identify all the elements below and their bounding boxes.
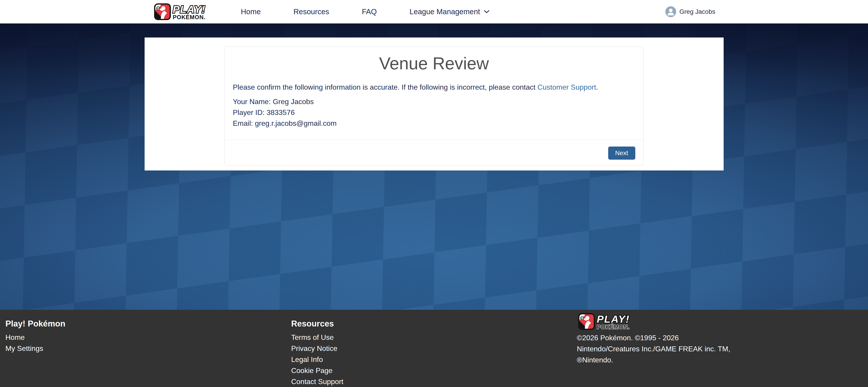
top-nav: PLAY! POKÉMON. Home Resources FAQ League… bbox=[0, 0, 868, 24]
user-menu[interactable]: Greg Jacobs bbox=[665, 6, 715, 17]
brand-pokemon-text: POKÉMON. bbox=[597, 324, 630, 330]
brand-play-text: PLAY! bbox=[597, 313, 630, 325]
avatar bbox=[665, 6, 676, 17]
page-footer: Play! Pokémon Home My Settings Resources… bbox=[0, 310, 868, 387]
footer-link-my-settings[interactable]: My Settings bbox=[5, 343, 291, 354]
nav-item-home[interactable]: Home bbox=[241, 7, 261, 16]
footer-link-cookie-page[interactable]: Cookie Page bbox=[291, 365, 577, 376]
main-area: Venue Review Please confirm the followin… bbox=[0, 24, 868, 310]
copyright-line: ®Nintendo. bbox=[577, 354, 863, 365]
copyright-line: Nintendo/Creatures Inc./GAME FREAK inc. … bbox=[577, 344, 863, 354]
nav-menu: Home Resources FAQ League Management bbox=[241, 7, 490, 16]
play-pokemon-logo-icon: PLAY! POKÉMON. bbox=[153, 3, 220, 20]
footer-column-play-pokemon: Play! Pokémon Home My Settings bbox=[5, 319, 291, 387]
footer-column-legal: PLAY! POKÉMON. ©2026 Pokémon. ©1995 - 20… bbox=[577, 319, 863, 387]
nav-item-resources[interactable]: Resources bbox=[293, 7, 329, 16]
brand-pokemon-text: POKÉMON. bbox=[173, 14, 205, 20]
content-panel: Venue Review Please confirm the followin… bbox=[145, 37, 724, 170]
player-id-line: Player ID: 3833576 bbox=[233, 107, 635, 118]
footer-heading-play-pokemon: Play! Pokémon bbox=[5, 319, 291, 329]
player-email-line: Email: greg.r.jacobs@gmail.com bbox=[233, 118, 635, 129]
nav-container: PLAY! POKÉMON. Home Resources FAQ League… bbox=[153, 0, 715, 23]
footer-heading-resources: Resources bbox=[291, 319, 577, 329]
nav-item-label: League Management bbox=[410, 7, 480, 16]
next-button[interactable]: Next bbox=[608, 147, 635, 160]
venue-review-card: Venue Review Please confirm the followin… bbox=[224, 46, 644, 165]
copyright-notice: ©2026 Pokémon. ©1995 - 2026 Nintendo/Cre… bbox=[577, 332, 863, 365]
footer-link-home[interactable]: Home bbox=[5, 332, 291, 343]
nav-item-faq[interactable]: FAQ bbox=[362, 7, 377, 16]
confirmation-text: Please confirm the following information… bbox=[233, 82, 635, 93]
page-title: Venue Review bbox=[233, 53, 635, 74]
customer-support-link[interactable]: Customer Support bbox=[537, 83, 596, 91]
user-name: Greg Jacobs bbox=[679, 8, 715, 15]
copyright-line: ©2026 Pokémon. ©1995 - 2026 bbox=[577, 332, 863, 344]
confirmation-text-before-link: Please confirm the following information… bbox=[233, 83, 537, 91]
footer-link-legal-info[interactable]: Legal Info bbox=[291, 354, 577, 365]
footer-link-privacy-notice[interactable]: Privacy Notice bbox=[291, 343, 577, 354]
footer-link-terms-of-use[interactable]: Terms of Use bbox=[291, 332, 577, 343]
footer-play-pokemon-logo: PLAY! POKÉMON. bbox=[577, 313, 645, 331]
card-body: Venue Review Please confirm the followin… bbox=[225, 47, 644, 139]
card-footer: Next bbox=[225, 139, 644, 165]
confirmation-text-period: . bbox=[596, 83, 598, 91]
chevron-down-icon bbox=[484, 10, 490, 13]
player-name-line: Your Name: Greg Jacobs bbox=[233, 96, 635, 107]
nav-item-league-management[interactable]: League Management bbox=[410, 7, 490, 16]
play-pokemon-logo[interactable]: PLAY! POKÉMON. bbox=[153, 3, 220, 20]
footer-column-resources: Resources Terms of Use Privacy Notice Le… bbox=[291, 319, 577, 387]
play-pokemon-logo-icon: PLAY! POKÉMON. bbox=[577, 313, 645, 330]
footer-link-contact-support[interactable]: Contact Support bbox=[291, 376, 577, 387]
brand-play-text: PLAY! bbox=[173, 4, 206, 15]
